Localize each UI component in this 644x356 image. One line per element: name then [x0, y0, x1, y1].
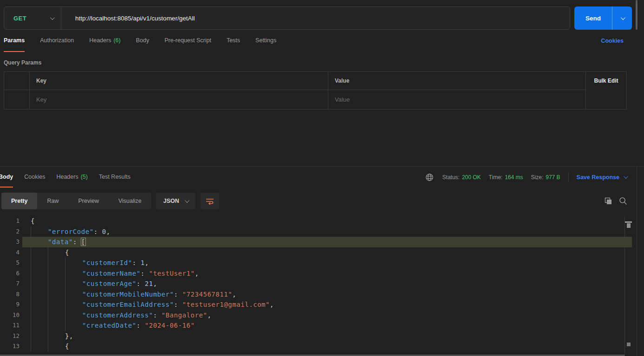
tab-count-badge: (5) [81, 174, 88, 180]
line-number: 7 [0, 278, 20, 289]
indent-guide [48, 258, 65, 268]
search-button[interactable] [619, 197, 627, 205]
view-tab-preview[interactable]: Preview [68, 193, 108, 209]
view-tab-raw[interactable]: Raw [37, 193, 68, 209]
indent-guide [65, 310, 82, 321]
page-scrollbar-thumb[interactable] [636, 0, 637, 30]
url-bar: GET [4, 6, 570, 30]
wrap-text-icon [205, 197, 215, 205]
line-number: 3 [0, 237, 20, 247]
params-table: Key Value Bulk Edit [4, 71, 627, 110]
value-input[interactable] [328, 96, 585, 103]
key-column-header: Key [29, 72, 328, 90]
indent-guide [48, 278, 65, 289]
response-body-editor[interactable]: 1{2"errorCode": 0,3"data": [4{5"customer… [0, 216, 632, 352]
code-tools [604, 193, 627, 209]
indent-guide [48, 299, 65, 310]
line-content: "customerMobileNumber": "7234567811", [20, 289, 236, 300]
wrap-text-button[interactable] [201, 193, 219, 209]
indent-guide [65, 320, 82, 331]
value-column-header: Value [328, 72, 585, 90]
indent-guide [31, 237, 48, 247]
request-tabs: Cookies ParamsAuthorizationHeaders(6)Bod… [0, 30, 644, 52]
send-options-button[interactable] [612, 6, 632, 30]
method-label: GET [13, 15, 26, 22]
request-bar: GET Send [0, 0, 644, 30]
code-token: "customerAddress" [82, 311, 153, 319]
code-token: "customerMobileNumber" [82, 291, 174, 298]
row-checkbox-cell [4, 90, 29, 109]
line-content: "data": [ [20, 237, 85, 247]
code-token: , [232, 291, 236, 298]
line-content: { [20, 341, 69, 352]
response-header: BodyCookiesHeaders(5)Test Results Status… [0, 166, 644, 188]
format-selector[interactable]: JSON [156, 193, 195, 209]
indent-guide [31, 289, 48, 300]
chevron-down-icon [185, 198, 189, 203]
code-line: 10"customerAddress": "Bangalore", [0, 310, 632, 321]
editor-scrollbar-track[interactable] [624, 217, 625, 356]
request-tab-settings[interactable]: Settings [255, 30, 276, 52]
send-button[interactable]: Send [574, 6, 632, 30]
editor-scrollbar-thumb[interactable] [627, 223, 631, 228]
line-number: 1 [0, 216, 20, 227]
line-number: 13 [0, 341, 20, 352]
text-cursor: [ [81, 238, 85, 246]
view-mode-switch: PrettyRawPreviewVisualize [1, 193, 151, 209]
code-token: , [207, 311, 211, 319]
key-input[interactable] [30, 96, 328, 103]
editor-scrollbar-thumb[interactable] [625, 221, 632, 223]
code-line: 6"customerName": "testUser1", [0, 268, 632, 279]
request-tab-body[interactable]: Body [136, 30, 150, 52]
code-line: 5"customerId": 1, [0, 258, 632, 268]
view-tab-pretty[interactable]: Pretty [1, 193, 37, 209]
code-token: "2024-06-16" [145, 322, 195, 329]
response-tab-headers[interactable]: Headers(5) [56, 167, 88, 188]
code-token: : [153, 311, 162, 319]
code-line: 13{ [0, 341, 632, 352]
divider [568, 173, 569, 182]
network-globe-icon[interactable] [425, 173, 434, 181]
request-tab-pre-request-script[interactable]: Pre-request Script [164, 30, 211, 52]
indent-guide [48, 341, 65, 352]
response-tab-body[interactable]: Body [0, 167, 13, 188]
response-tab-test-results[interactable]: Test Results [99, 167, 130, 188]
line-number: 9 [0, 299, 20, 310]
line-content: "errorCode": 0, [20, 227, 111, 237]
code-token: }, [65, 332, 73, 340]
empty-space [0, 110, 644, 166]
code-token: "customerAge" [82, 280, 137, 287]
indent-guide [31, 268, 48, 279]
method-selector[interactable]: GET [4, 7, 61, 29]
copy-button[interactable] [604, 197, 612, 205]
indent-guide [31, 320, 48, 331]
line-content: }, [20, 331, 73, 342]
bulk-edit-button[interactable]: Bulk Edit [594, 78, 618, 84]
line-number: 5 [0, 258, 20, 268]
code-token: 21 [145, 280, 153, 287]
scrollbar-annotation [627, 343, 631, 346]
indent-guide [48, 331, 65, 342]
code-line: 1{ [0, 216, 632, 227]
request-tab-headers[interactable]: Headers(6) [89, 30, 121, 52]
indent-guide [65, 289, 82, 300]
code-token: "testUser1" [149, 270, 195, 277]
save-response-button[interactable]: Save Response [577, 174, 627, 181]
request-tab-tests[interactable]: Tests [227, 30, 240, 52]
query-params-title: Query Params [4, 59, 644, 66]
tab-count-badge: (6) [113, 37, 120, 44]
cookies-link[interactable]: Cookies [601, 30, 624, 52]
request-tab-params[interactable]: Params [4, 30, 25, 52]
view-tab-visualize[interactable]: Visualize [109, 193, 151, 209]
line-content: "customerEmailAddress": "testuser1@gmail… [20, 299, 274, 310]
tab-label: Pre-request Script [164, 37, 211, 44]
send-button-label[interactable]: Send [574, 6, 612, 30]
code-token: 1 [141, 259, 145, 266]
response-tab-cookies[interactable]: Cookies [24, 167, 45, 188]
code-line: 4{ [0, 247, 632, 258]
code-token: : [174, 291, 182, 298]
code-token: : [137, 322, 145, 329]
indent-guide [48, 310, 65, 321]
url-input[interactable] [61, 15, 570, 22]
request-tab-authorization[interactable]: Authorization [40, 30, 74, 52]
